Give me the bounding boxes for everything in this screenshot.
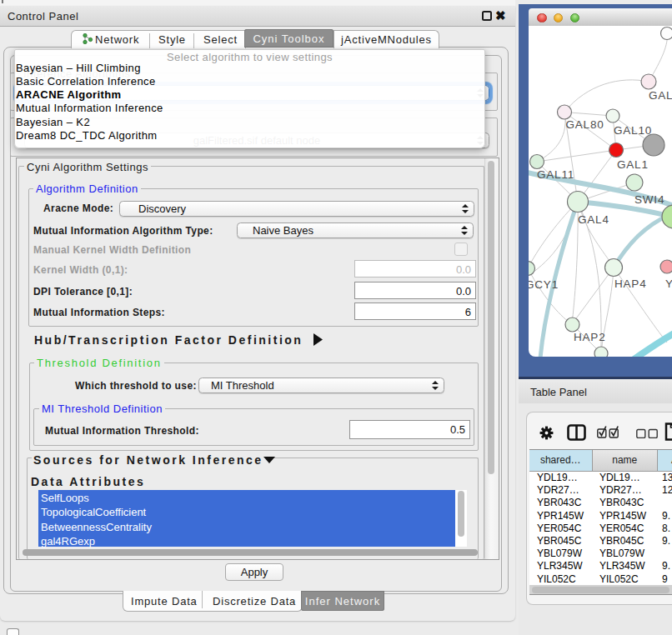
- svg-text:GAL80: GAL80: [566, 118, 604, 131]
- svg-text:GAL4: GAL4: [578, 213, 609, 226]
- svg-text:GAL11: GAL11: [537, 168, 574, 181]
- svg-text:GCY1: GCY1: [529, 278, 559, 291]
- svg-text:Y: Y: [665, 278, 672, 290]
- svg-text:HAP2: HAP2: [574, 331, 605, 343]
- svg-text:GAL10: GAL10: [614, 124, 652, 137]
- svg-text:SWI4: SWI4: [634, 193, 664, 206]
- svg-text:HAP4: HAP4: [614, 278, 646, 290]
- svg-text:GAL: GAL: [649, 89, 672, 102]
- svg-text:GAL1: GAL1: [617, 158, 649, 171]
